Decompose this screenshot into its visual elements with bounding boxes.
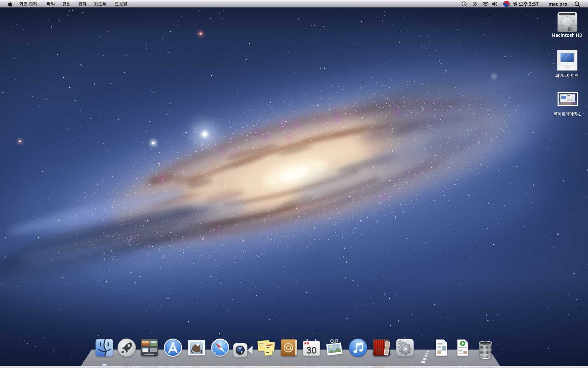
svg-text:30: 30 — [306, 345, 317, 356]
